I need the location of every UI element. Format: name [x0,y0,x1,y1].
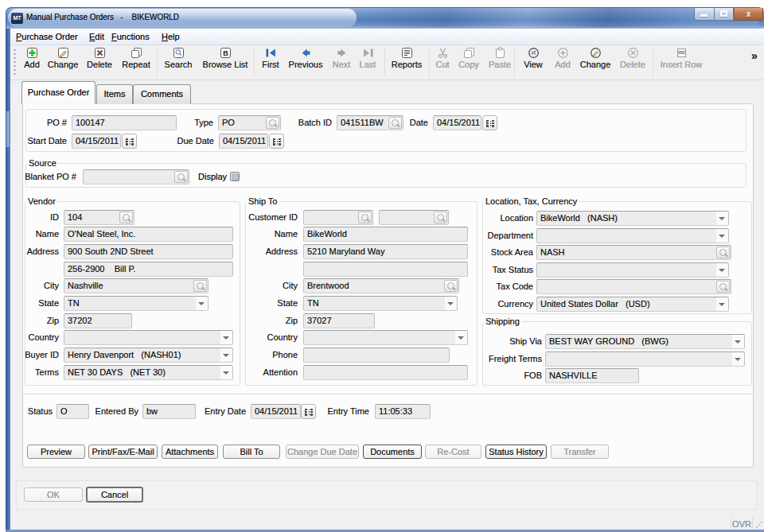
svg-text:B: B [223,49,228,57]
